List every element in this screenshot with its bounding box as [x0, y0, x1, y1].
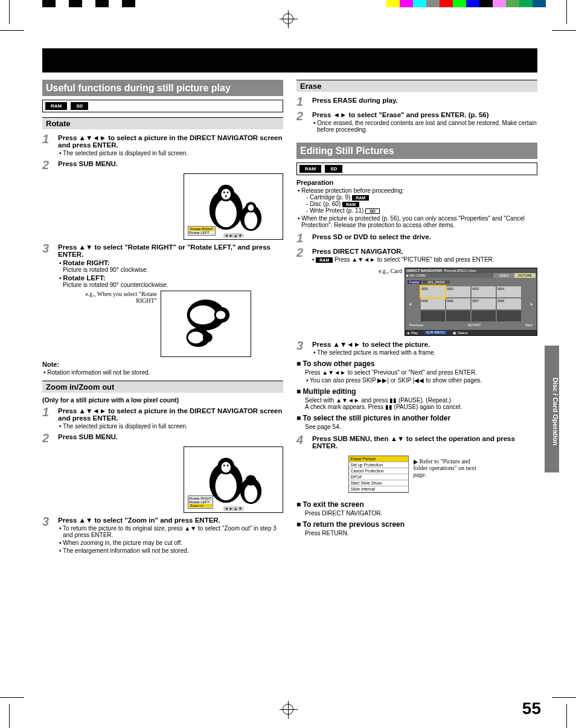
- nav-mode: Picture(JPEG) View: [444, 269, 476, 272]
- nav-source: SD CARD: [409, 274, 426, 277]
- svg-point-4: [223, 192, 225, 193]
- zoom-precondition: (Only for a still picture with a low pix…: [42, 396, 283, 404]
- nav-thumb-empty: [446, 311, 470, 321]
- zoom-step1-note: The selected picture is displayed in ful…: [58, 423, 283, 430]
- edit-step3: Press ▲▼◄► to select the picture.: [312, 341, 430, 348]
- page-banner: [42, 48, 537, 72]
- badge-ram: RAM: [352, 195, 369, 201]
- svg-point-8: [245, 211, 258, 229]
- step-number: 1: [42, 133, 54, 156]
- crop-mark: [552, 30, 576, 31]
- another-folder-text: See page 54.: [305, 424, 537, 430]
- example-caption: e.g., Card: [296, 265, 402, 274]
- rotate-right-text: Picture is rotated 90° clockwise.: [58, 266, 283, 273]
- svg-point-3: [221, 189, 231, 200]
- nav-thumb-empty: [421, 311, 445, 321]
- heading-editing-still: Editing Still Pictures: [296, 143, 537, 159]
- return-text: Press RETURN.: [305, 530, 537, 536]
- badge-ram: RAM: [45, 102, 67, 110]
- nav-folder-label: Folder: [408, 280, 421, 284]
- svg-point-23: [227, 465, 229, 466]
- illustration-rotate-menu: Rotate RIGHT Rotate LEFT ◄ ► ▲ ▼: [184, 173, 283, 240]
- direct-navigator-screen: DIRECT NAVIGATOR Picture(JPEG) View ■ SD…: [405, 268, 537, 336]
- nav-thumb: 0006: [446, 298, 470, 309]
- submenu-item: Cancel Protection: [349, 468, 408, 474]
- step-number: 3: [296, 340, 309, 356]
- submenu-reference-note: Refer to "Picture and folder operations"…: [414, 458, 486, 478]
- menu-item: Rotate LEFT: [189, 231, 214, 234]
- crop-mark: [566, 0, 567, 24]
- onscreen-submenu: Rotate RIGHT Rotate LEFT Zoom in: [188, 495, 213, 509]
- badge-sd: SD: [325, 165, 342, 173]
- submenu-item: DPOF: [349, 474, 408, 480]
- nav-previous: Previous: [409, 323, 423, 327]
- arrow-right-icon: [414, 460, 418, 465]
- media-badges: RAM SD: [296, 163, 537, 175]
- rotate-left-label: Rotate LEFT:: [63, 274, 105, 282]
- nav-title: DIRECT NAVIGATOR: [406, 269, 442, 272]
- nav-foot-select: Select: [458, 331, 468, 335]
- svg-point-26: [246, 475, 257, 486]
- edit-step2-note: Press ▲▼◄► to select "PICTURE" tab and p…: [334, 256, 494, 263]
- step-number: 4: [296, 434, 309, 449]
- submenu-item: Slide Interval: [349, 486, 408, 492]
- color-bar-right: [386, 0, 546, 7]
- svg-point-12: [190, 306, 216, 324]
- other-pages-skip: You can also press SKIP ▶▶| or SKIP |◀◀ …: [305, 377, 537, 384]
- rotate-left-text: Picture is rotated 90° counterclockwise.: [58, 282, 283, 288]
- multi-edit-text1: Select with ▲▼◄► and press ▮▮ (PAUSE). (…: [305, 397, 537, 404]
- heading-rotate: Rotate: [42, 117, 283, 129]
- badge-sd: SD: [365, 208, 380, 214]
- note-heading: Note:: [42, 361, 283, 368]
- prep-release: Release protection before proceeding:: [296, 187, 537, 194]
- erase-step2: Press ◄► to select "Erase" and press ENT…: [312, 111, 489, 118]
- nav-thumb: 0008: [497, 298, 521, 309]
- zoom-step3: Press ▲▼ to select "Zoom in" and press E…: [58, 517, 220, 524]
- other-pages-text: Press ▲▼◄► to select "Previous" or "Next…: [305, 369, 537, 376]
- step-number: 3: [42, 515, 54, 554]
- subsec-return: To return the previous screen: [296, 520, 537, 529]
- subsec-exit: To exit the screen: [296, 500, 537, 509]
- heading-erase: Erase: [296, 80, 537, 92]
- crop-mark: [9, 704, 10, 728]
- submenu-popup: Erase Picture Set up Protection Cancel P…: [348, 456, 409, 493]
- crop-circle-bottom: [283, 704, 293, 715]
- svg-point-16: [188, 332, 204, 344]
- nav-thumb-empty: [472, 311, 496, 321]
- onscreen-submenu: Rotate RIGHT Rotate LEFT: [188, 226, 216, 236]
- prep-protected-note: When the picture is protected (p. 56), y…: [296, 215, 537, 228]
- edit-step1: Press SD or DVD to select the drive.: [312, 233, 431, 240]
- preparation-heading: Preparation: [296, 179, 537, 186]
- nav-thumb: 0003: [472, 286, 496, 297]
- subsec-another-folder: To select the still pictures in another …: [296, 414, 537, 422]
- page-content: Useful functions during still picture pl…: [42, 48, 537, 689]
- zoom-note2: When zooming in, the picture may be cut …: [58, 540, 283, 546]
- rotate-step3: Press ▲▼ to select "Rotate RIGHT" or "Ro…: [58, 243, 270, 258]
- edit-step4: Press SUB MENU, then ▲▼ to select the op…: [312, 435, 515, 449]
- prep-writeprotect: Write Protect (p. 11): [310, 207, 363, 214]
- step-number: 1: [296, 95, 309, 108]
- crop-mark: [566, 704, 567, 728]
- step-number: 2: [296, 110, 309, 133]
- erase-note: Once erased, the recorded contents are l…: [312, 120, 537, 133]
- zoom-step2: Press SUB MENU.: [58, 433, 118, 440]
- svg-point-17: [203, 333, 213, 343]
- nav-foot-play: Play: [411, 331, 418, 335]
- page-number: 55: [522, 699, 541, 718]
- svg-point-22: [223, 465, 225, 466]
- prep-cartridge: Cartridge (p. 9): [310, 194, 350, 201]
- submenu-item: Set up Protection: [349, 462, 408, 468]
- zoom-note3: The enlargement information will not be …: [58, 547, 283, 554]
- svg-point-5: [227, 192, 229, 193]
- erase-step1: Press ERASE during play.: [312, 97, 398, 104]
- svg-point-10: [248, 205, 254, 211]
- svg-point-19: [216, 472, 237, 500]
- nav-folder-name: 101_PANA: [423, 280, 450, 284]
- step-number: 1: [42, 406, 54, 430]
- badge-ram: RAM: [316, 257, 333, 263]
- crop-circle-top: [283, 13, 293, 24]
- step-number: 3: [42, 242, 54, 288]
- badge-sd: SD: [71, 102, 88, 110]
- note-text: Rotation information will not be stored.: [42, 369, 283, 376]
- crop-mark: [0, 30, 24, 31]
